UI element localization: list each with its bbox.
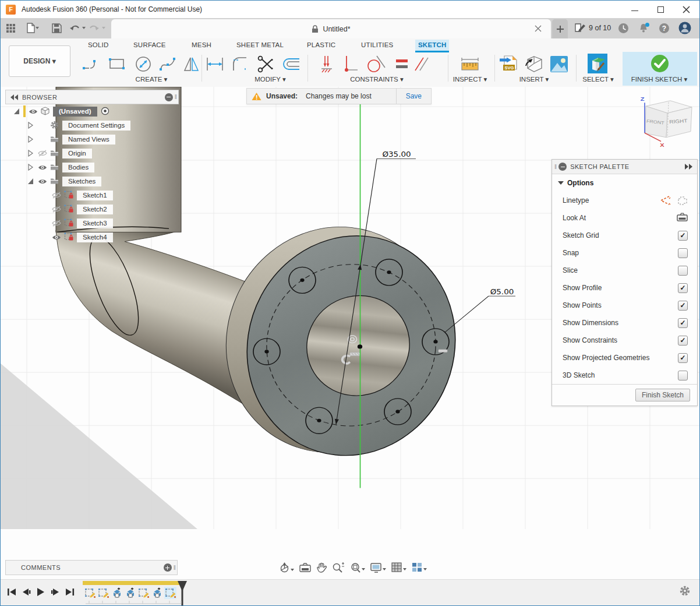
browser-item-label[interactable]: Sketch2 (77, 205, 113, 214)
browser-item-sketch3[interactable]: Sketch3 (5, 216, 179, 230)
timeline-feature-sketch-active-7[interactable] (164, 587, 176, 599)
timeline-feature-sketch-1[interactable] (84, 587, 96, 599)
save-link[interactable]: Save (397, 92, 431, 100)
timeline-feature-sketch-5[interactable] (137, 587, 150, 599)
viewports-button[interactable] (412, 562, 427, 573)
visibility-toggle[interactable] (51, 220, 61, 227)
maximize-button[interactable] (656, 5, 664, 13)
timeline-track[interactable] (83, 581, 180, 585)
redo-button[interactable] (89, 20, 107, 36)
browser-item-label[interactable]: Sketch3 (77, 219, 113, 228)
view-cube[interactable]: FRONT RIGHT Z X (641, 96, 692, 148)
look-at-button[interactable] (299, 563, 311, 572)
visibility-on-icon[interactable] (52, 234, 61, 241)
minimize-button[interactable] (631, 5, 639, 13)
visibility-toggle[interactable] (37, 178, 47, 185)
new-tab-button[interactable] (552, 19, 568, 38)
browser-item-document-settings[interactable]: Document Settings (5, 118, 179, 132)
browser-item-label[interactable]: Sketch1 (77, 191, 113, 200)
palette-options-section[interactable]: Options (552, 174, 697, 192)
checkbox-3[interactable] (678, 248, 688, 258)
sketch-palette-header[interactable]: ‖ SKETCH PALETTE (552, 160, 697, 174)
document-counter[interactable]: 9 of 10 (574, 23, 611, 33)
visibility-off-icon[interactable] (38, 150, 47, 157)
tangent-constraint[interactable] (366, 54, 387, 75)
add-comment-button[interactable] (164, 563, 172, 572)
coincident-constraint[interactable] (340, 54, 361, 75)
activate-radio-icon[interactable] (101, 107, 109, 115)
tab-sheet-metal[interactable]: SHEET METAL (234, 40, 287, 51)
mirror-tool[interactable] (181, 54, 202, 75)
browser-collapse-button[interactable] (165, 93, 173, 101)
finish-sketch-palette-button[interactable]: Finish Sketch (635, 389, 690, 401)
browser-item-label[interactable]: Bodies (62, 163, 94, 172)
midpoint-constraint[interactable] (317, 54, 338, 75)
viewport[interactable]: Ø35.00 Ø5.00 FRONT RIGHT Z X (1, 87, 700, 579)
browser-item-label[interactable]: (Unsaved) (53, 107, 97, 117)
timeline-step-back-button[interactable] (20, 586, 33, 598)
fit-button[interactable] (350, 562, 365, 573)
expand-expanded-icon[interactable] (13, 108, 20, 115)
tab-utilities[interactable]: UTILITIES (358, 40, 396, 51)
checkbox-7[interactable]: ✓ (678, 318, 688, 328)
browser-item-label[interactable]: Sketches (62, 177, 101, 186)
rectangle-tool[interactable] (107, 54, 128, 75)
expand-expanded-icon[interactable] (27, 178, 34, 185)
tab-solid[interactable]: SOLID (85, 40, 112, 51)
undo-button[interactable] (69, 20, 87, 36)
document-tab[interactable]: Untitled* (111, 19, 551, 38)
browser-item-label[interactable]: Document Settings (62, 121, 130, 131)
visibility-off-icon[interactable] (52, 206, 61, 213)
zoom-button[interactable] (332, 562, 345, 573)
tab-plastic[interactable]: PLASTIC (304, 40, 338, 51)
help-button[interactable]: ? (659, 20, 670, 36)
visibility-toggle[interactable] (37, 164, 47, 171)
group-label-modify[interactable]: MODIFY ▾ (254, 75, 285, 83)
tab-close-button[interactable] (535, 24, 544, 33)
browser-item-bodies[interactable]: Bodies (5, 160, 179, 174)
timeline-settings-button[interactable] (678, 585, 691, 597)
browser-item-sketch2[interactable]: Sketch2 (5, 202, 179, 216)
comments-bar[interactable]: COMMENTS ‖ (5, 560, 178, 575)
timeline-feature-extrude-4[interactable] (124, 587, 136, 599)
circle-tool[interactable] (133, 54, 154, 75)
checkbox-9[interactable]: ✓ (678, 353, 688, 363)
measure-tool[interactable] (459, 54, 480, 75)
timeline-step-forward-button[interactable] (49, 586, 62, 598)
browser-item-origin[interactable]: Origin (5, 146, 179, 160)
close-button[interactable] (682, 5, 690, 13)
visibility-toggle[interactable] (51, 234, 61, 241)
insert-mesh-tool[interactable] (524, 54, 545, 75)
browser-item-sketch4[interactable]: Sketch4 (5, 230, 179, 244)
browser-item-named-views[interactable]: Named Views (5, 132, 179, 146)
job-status-button[interactable] (618, 20, 629, 36)
expand-collapsed-icon[interactable] (27, 122, 34, 129)
checkbox-4[interactable] (678, 266, 688, 276)
visibility-off-icon[interactable] (52, 192, 61, 199)
grid-settings-button[interactable] (391, 562, 406, 573)
browser-item-sketches[interactable]: Sketches (5, 174, 179, 188)
visibility-on-icon[interactable] (38, 178, 47, 185)
workspace-switcher[interactable]: DESIGN ▾ (9, 45, 70, 77)
visibility-toggle[interactable] (51, 192, 61, 199)
checkbox-5[interactable]: ✓ (678, 283, 688, 293)
app-grid-button[interactable] (6, 20, 15, 36)
visibility-on-icon[interactable] (38, 164, 47, 171)
group-label-select[interactable]: SELECT ▾ (582, 75, 614, 83)
tab-mesh[interactable]: MESH (189, 40, 214, 51)
orbit-button[interactable] (279, 562, 294, 573)
group-label-finish-sketch[interactable]: FINISH SKETCH ▾ (631, 75, 688, 83)
spline-tool[interactable] (157, 54, 178, 75)
select-tool[interactable] (588, 54, 607, 73)
offset-tool[interactable] (280, 54, 301, 75)
group-label-constraints[interactable]: CONSTRAINTS ▾ (350, 75, 403, 83)
file-menu-button[interactable] (26, 20, 40, 36)
expand-collapsed-icon[interactable] (27, 164, 34, 171)
sketch-origin-point[interactable] (358, 344, 362, 348)
palette-collapse-button[interactable] (558, 163, 567, 171)
pan-button[interactable] (316, 562, 327, 573)
expand-collapsed-icon[interactable] (27, 150, 34, 157)
visibility-toggle[interactable] (51, 206, 61, 213)
checkbox-8[interactable]: ✓ (678, 336, 688, 346)
browser-item-label[interactable]: Named Views (62, 135, 115, 145)
